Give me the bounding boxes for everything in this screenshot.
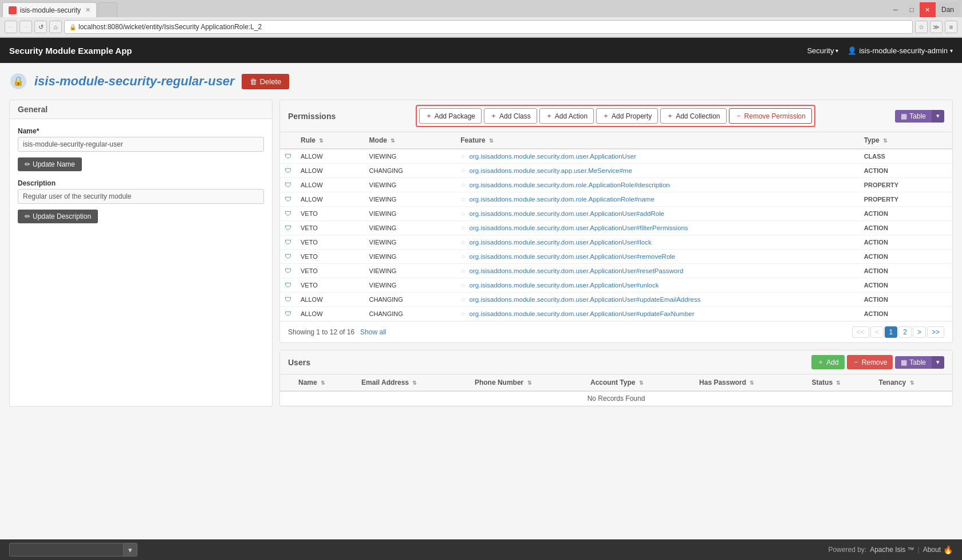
feature-link[interactable]: org.isisaddons.module.security.dom.user.…	[470, 282, 659, 289]
update-description-button[interactable]: ✏ Update Description	[18, 210, 98, 223]
users-col-phone[interactable]: Phone Number ⇅	[470, 374, 586, 391]
inactive-tab[interactable]	[98, 2, 117, 17]
maximize-btn[interactable]: □	[904, 2, 920, 17]
users-table-btn-group: ▦ Table ▾	[895, 356, 944, 369]
users-table-body: No Records Found	[280, 391, 952, 406]
add-collection-button[interactable]: ＋ Add Collection	[660, 108, 726, 124]
users-email-sort: ⇅	[412, 380, 417, 386]
permissions-panel: Permissions ＋ Add Package ＋ Add Class ＋	[279, 100, 953, 343]
table-row: 🛡 VETO VIEWING ☆ org.isisaddons.module.s…	[280, 207, 952, 221]
row-feature-cell: ☆ org.isisaddons.module.security.dom.use…	[456, 235, 859, 250]
remove-permission-button[interactable]: － Remove Permission	[729, 108, 812, 124]
feature-link[interactable]: org.isisaddons.module.security.dom.user.…	[470, 310, 695, 317]
type-sort-icon: ⇅	[883, 138, 888, 144]
page-heading: isis-module-security-regular-user	[34, 74, 235, 89]
home-btn[interactable]: ⌂	[49, 21, 62, 33]
minimize-btn[interactable]: ─	[888, 2, 904, 17]
star-icon: ☆	[460, 167, 466, 174]
row-type-cell: ACTION	[860, 207, 952, 221]
users-col-status[interactable]: Status ⇅	[807, 374, 874, 391]
users-table-dropdown-btn[interactable]: ▾	[932, 356, 944, 369]
feature-link[interactable]: org.isisaddons.module.security.dom.role.…	[470, 196, 655, 203]
name-input[interactable]	[18, 137, 264, 152]
users-table-view-button[interactable]: ▦ Table	[895, 356, 932, 369]
description-input[interactable]	[18, 189, 264, 204]
users-col-tenancy[interactable]: Tenancy ⇅	[874, 374, 952, 391]
table-view-button[interactable]: ▦ Table	[895, 110, 932, 123]
star-icon: ☆	[460, 224, 466, 231]
users-col-name[interactable]: Name ⇅	[294, 374, 357, 391]
extensions-btn[interactable]: ≫	[930, 21, 943, 33]
row-feature-cell: ☆ org.isisaddons.module.security.dom.use…	[456, 264, 859, 278]
feature-link[interactable]: org.isisaddons.module.security.dom.role.…	[470, 182, 670, 188]
permissions-toolbar: ＋ Add Package ＋ Add Class ＋ Add Action	[416, 105, 815, 127]
user-label: isis-module-security-admin	[859, 46, 948, 55]
feature-link[interactable]: org.isisaddons.module.security.dom.user.…	[470, 296, 701, 303]
row-checkbox-cell: 🛡	[280, 250, 296, 264]
back-btn[interactable]: ←	[5, 21, 17, 33]
page-prev-btn[interactable]: <	[870, 326, 884, 338]
forward-btn[interactable]: →	[19, 21, 32, 33]
bookmark-btn[interactable]: ☆	[915, 21, 928, 33]
star-icon: ☆	[460, 296, 466, 303]
general-panel-body: Name* ✏ Update Name Description ✏ Update…	[10, 119, 272, 239]
col-type[interactable]: Type ⇅	[860, 132, 952, 149]
page-next-btn[interactable]: >	[913, 326, 926, 338]
add-class-button[interactable]: ＋ Add Class	[484, 108, 537, 124]
menu-btn[interactable]: ≡	[945, 21, 957, 33]
permissions-panel-header: Permissions ＋ Add Package ＋ Add Class ＋	[280, 100, 952, 132]
table-row: 🛡 VETO VIEWING ☆ org.isisaddons.module.s…	[280, 264, 952, 278]
users-remove-button[interactable]: － Remove	[847, 355, 893, 369]
row-rule-cell: VETO	[296, 250, 365, 264]
col-rule[interactable]: Rule ⇅	[296, 132, 365, 149]
lock-icon: 🔒	[69, 24, 76, 30]
tab-close[interactable]: ✕	[85, 6, 90, 14]
tab-title: isis-module-security	[20, 6, 81, 14]
app-footer: ▾ Powered by: Apache Isis ™ | About 🔥	[0, 539, 962, 543]
row-type-cell: PROPERTY	[860, 178, 952, 192]
users-col-email[interactable]: Email Address ⇅	[357, 374, 470, 391]
col-mode[interactable]: Mode ⇅	[365, 132, 456, 149]
update-name-button[interactable]: ✏ Update Name	[18, 157, 82, 171]
refresh-btn[interactable]: ↺	[34, 21, 47, 33]
page-last-btn[interactable]: >>	[927, 326, 944, 338]
page-2-btn[interactable]: 2	[898, 326, 912, 338]
minus-icon-user: －	[853, 357, 860, 367]
pagination-controls: << < 1 2 > >>	[852, 326, 944, 338]
feature-link[interactable]: org.isisaddons.module.security.app.user.…	[470, 167, 632, 174]
feature-link[interactable]: org.isisaddons.module.security.dom.user.…	[470, 239, 652, 246]
active-tab[interactable]: isis-module-security ✕	[2, 2, 97, 17]
mode-sort-icon: ⇅	[391, 138, 395, 144]
delete-button[interactable]: 🗑 Delete	[242, 74, 290, 89]
row-rule-cell: VETO	[296, 235, 365, 250]
shield-icon: 🛡	[285, 224, 291, 232]
row-feature-cell: ☆ org.isisaddons.module.security.app.use…	[456, 164, 859, 178]
permissions-table: Rule ⇅ Mode ⇅ Feature ⇅	[280, 132, 952, 321]
table-btn-group: ▦ Table ▾	[895, 110, 944, 123]
feature-link[interactable]: org.isisaddons.module.security.dom.user.…	[470, 253, 676, 260]
table-dropdown-btn[interactable]: ▾	[932, 110, 944, 123]
feature-link[interactable]: org.isisaddons.module.security.dom.user.…	[470, 224, 688, 231]
row-feature-cell: ☆ org.isisaddons.module.security.dom.rol…	[456, 178, 859, 192]
page-first-btn[interactable]: <<	[852, 326, 869, 338]
users-col-password[interactable]: Has Password ⇅	[695, 374, 807, 391]
feature-link[interactable]: org.isisaddons.module.security.dom.user.…	[470, 153, 636, 160]
page-1-btn[interactable]: 1	[885, 326, 898, 338]
feature-link[interactable]: org.isisaddons.module.security.dom.user.…	[470, 267, 684, 274]
add-package-button[interactable]: ＋ Add Package	[419, 108, 482, 124]
feature-link[interactable]: org.isisaddons.module.security.dom.user.…	[470, 210, 665, 217]
user-dropdown[interactable]: 👤 isis-module-security-admin	[847, 46, 953, 55]
general-panel: General Name* ✏ Update Name Description …	[9, 100, 273, 407]
row-mode-cell: CHANGING	[365, 293, 456, 307]
pagination-row: Showing 1 to 12 of 16 Show all << < 1 2 …	[280, 321, 952, 342]
row-mode-cell: VIEWING	[365, 192, 456, 207]
users-col-account[interactable]: Account Type ⇅	[586, 374, 695, 391]
show-all-link[interactable]: Show all	[360, 328, 386, 336]
col-feature[interactable]: Feature ⇅	[456, 132, 859, 149]
users-add-button[interactable]: ＋ Add	[811, 355, 844, 369]
add-action-button[interactable]: ＋ Add Action	[539, 108, 594, 124]
security-dropdown[interactable]: Security	[807, 46, 838, 55]
address-bar[interactable]: 🔒 localhost:8080/wicket/entity/IsisSecur…	[64, 20, 913, 34]
add-property-button[interactable]: ＋ Add Property	[596, 108, 658, 124]
close-btn[interactable]: ✕	[920, 2, 936, 17]
